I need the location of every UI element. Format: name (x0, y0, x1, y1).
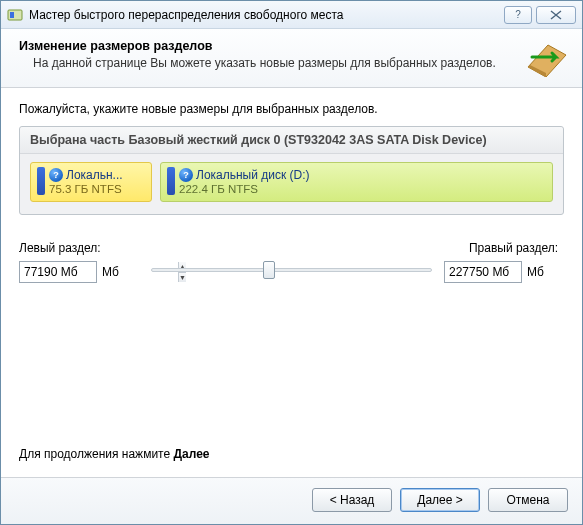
back-button[interactable]: < Назад (312, 488, 392, 512)
right-unit: Мб (527, 265, 544, 279)
partition-bar-icon (37, 167, 45, 195)
disk-group: Выбрана часть Базовый жесткий диск 0 (ST… (19, 126, 564, 215)
partition-bar-icon (167, 167, 175, 195)
right-label: Правый раздел: (444, 241, 558, 255)
close-button[interactable] (536, 6, 576, 24)
slider-rail (151, 268, 432, 272)
size-controls: Левый раздел: ▲ ▼ Мб Правый (19, 241, 564, 283)
wizard-footer: < Назад Далее > Отмена (1, 477, 582, 524)
continue-hint: Для продолжения нажмите Далее (19, 437, 564, 469)
disk-header: Выбрана часть Базовый жесткий диск 0 (ST… (20, 127, 563, 154)
left-unit: Мб (102, 265, 119, 279)
partition-left[interactable]: ? Локальн... 75.3 ГБ NTFS (30, 162, 152, 202)
partition-name: ? Локальный диск (D:) (179, 168, 310, 182)
svg-marker-2 (528, 45, 566, 77)
info-icon: ? (179, 168, 193, 182)
right-size-spinner[interactable]: ▲ ▼ (444, 261, 522, 283)
partition-right[interactable]: ? Локальный диск (D:) 222.4 ГБ NTFS (160, 162, 553, 202)
partition-name: ? Локальн... (49, 168, 123, 182)
info-icon: ? (49, 168, 63, 182)
next-button[interactable]: Далее > (400, 488, 480, 512)
left-label: Левый раздел: (19, 241, 139, 255)
partition-size: 222.4 ГБ NTFS (179, 183, 310, 195)
size-slider[interactable] (151, 259, 432, 281)
partition-size: 75.3 ГБ NTFS (49, 183, 123, 195)
help-button[interactable]: ? (504, 6, 532, 24)
left-side: Левый раздел: ▲ ▼ Мб (19, 241, 139, 283)
right-size-input[interactable] (445, 262, 583, 282)
app-icon (7, 7, 23, 23)
wizard-window: Мастер быстрого перераспределения свобод… (0, 0, 583, 525)
wizard-body: Пожалуйста, укажите новые размеры для вы… (1, 88, 582, 477)
window-title: Мастер быстрого перераспределения свобод… (29, 8, 500, 22)
wizard-header: Изменение размеров разделов На данной ст… (1, 29, 582, 88)
cancel-button[interactable]: Отмена (488, 488, 568, 512)
header-subtitle: На данной странице Вы можете указать нов… (19, 56, 526, 70)
right-side: Правый раздел: ▲ ▼ Мб (444, 241, 564, 283)
left-size-spinner[interactable]: ▲ ▼ (19, 261, 97, 283)
partition-row: ? Локальн... 75.3 ГБ NTFS ? Локальный ди… (20, 154, 563, 214)
svg-rect-1 (10, 12, 14, 18)
slider-thumb[interactable] (263, 261, 275, 279)
header-image (526, 39, 568, 77)
header-title: Изменение размеров разделов (19, 39, 526, 53)
titlebar: Мастер быстрого перераспределения свобод… (1, 1, 582, 29)
instruction-text: Пожалуйста, укажите новые размеры для вы… (19, 102, 564, 116)
